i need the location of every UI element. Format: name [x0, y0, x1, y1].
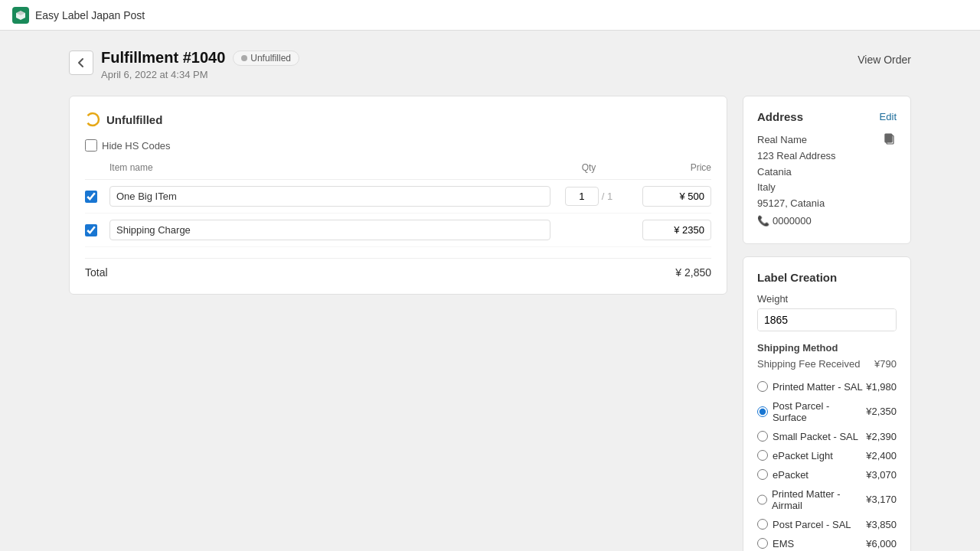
- svg-rect-3: [885, 134, 892, 142]
- item-checkbox-1[interactable]: [85, 224, 97, 236]
- method-item: Small Packet - SAL ¥2,390: [757, 427, 897, 446]
- shipping-fee-value: ¥790: [874, 358, 897, 370]
- back-button[interactable]: [69, 51, 93, 75]
- copy-icon[interactable]: [883, 132, 897, 146]
- address-title: Address: [757, 110, 803, 123]
- app-logo: [12, 7, 29, 24]
- items-list: / 1: [85, 180, 711, 247]
- method-label-7: EMS: [773, 538, 794, 549]
- method-price-4: ¥3,070: [866, 469, 897, 481]
- method-list: Printed Matter - SAL ¥1,980 Post Parcel …: [757, 377, 897, 551]
- item-checkbox-wrap: [85, 224, 109, 236]
- main-content: Fulfillment #1040 Unfulfilled April 6, 2…: [0, 31, 980, 551]
- col-header-qty: Qty: [550, 162, 627, 173]
- view-order-link[interactable]: View Order: [858, 49, 911, 66]
- label-creation-label: Label Creation: [757, 271, 837, 284]
- weight-section: Weight g: [757, 293, 897, 331]
- hide-hs-checkbox[interactable]: [85, 139, 97, 152]
- col-header-name: Item name: [109, 162, 550, 173]
- address-street: 123 Real Address: [757, 148, 897, 165]
- weight-input[interactable]: [758, 309, 897, 331]
- method-price-7: ¥6,000: [866, 538, 897, 549]
- qty-divider-0: / 1: [602, 191, 612, 202]
- total-row: Total ¥ 2,850: [85, 258, 711, 279]
- address-phone: 0000000: [773, 214, 812, 230]
- unfulfilled-icon: [85, 112, 100, 127]
- method-radio-2[interactable]: [757, 431, 768, 442]
- item-qty-0: / 1: [550, 187, 627, 206]
- method-price-5: ¥3,170: [866, 494, 897, 505]
- price-input-0[interactable]: [642, 186, 711, 207]
- fulfillment-number: Fulfillment #1040: [101, 49, 225, 67]
- total-label: Total: [85, 266, 108, 279]
- item-name-input-1[interactable]: [109, 220, 550, 240]
- method-price-6: ¥3,850: [866, 519, 897, 530]
- method-item: EMS ¥6,000: [757, 534, 897, 551]
- item-checkbox-0[interactable]: [85, 191, 97, 203]
- item-price-1: [627, 220, 711, 240]
- method-radio-5[interactable]: [757, 494, 767, 505]
- method-label-0: Printed Matter - SAL: [773, 381, 863, 393]
- app-title: Easy Label Japan Post: [35, 9, 145, 21]
- method-item: Printed Matter - Airmail ¥3,170: [757, 484, 897, 515]
- shipping-fee-row: Shipping Fee Received ¥790: [757, 358, 897, 370]
- method-item: ePacket Light ¥2,400: [757, 446, 897, 465]
- items-table: Item name Qty Price / 1: [85, 162, 711, 279]
- item-checkbox-wrap: [85, 191, 109, 203]
- hide-hs-row: Hide HS Codes: [85, 139, 711, 152]
- method-label-1: Post Parcel - Surface: [773, 400, 866, 423]
- shipping-fee-label: Shipping Fee Received: [757, 358, 860, 370]
- status-text: Unfulfilled: [250, 53, 291, 64]
- method-item-left-1: Post Parcel - Surface: [757, 400, 866, 423]
- content-row: Unfulfilled Hide HS Codes Item name Qty …: [69, 96, 911, 551]
- label-creation-card: Label Creation Weight g Shipping Method …: [743, 256, 911, 551]
- method-price-1: ¥2,350: [866, 406, 897, 417]
- item-name-input-0[interactable]: [109, 186, 550, 207]
- address-postal: 95127, Catania: [757, 196, 897, 212]
- items-header: Item name Qty Price: [85, 162, 711, 180]
- address-card: Address Edit Real Name: [743, 96, 911, 244]
- method-price-3: ¥2,400: [866, 450, 897, 461]
- address-block: Real Name 123 Real Address Catania Italy…: [757, 132, 897, 230]
- status-badge: Unfulfilled: [233, 51, 299, 66]
- total-value: ¥ 2,850: [675, 266, 711, 279]
- method-item-left-7: EMS: [757, 538, 794, 549]
- label-creation-title: Label Creation: [757, 271, 897, 284]
- table-row: / 1: [85, 180, 711, 214]
- qty-input-0[interactable]: [565, 187, 599, 206]
- method-radio-0[interactable]: [757, 381, 768, 392]
- method-radio-4[interactable]: [757, 469, 768, 480]
- method-item-left-5: Printed Matter - Airmail: [757, 488, 866, 511]
- page-title-block: Fulfillment #1040 Unfulfilled April 6, 2…: [101, 49, 299, 80]
- phone-line: 📞 0000000: [757, 214, 897, 230]
- weight-field-label: Weight: [757, 293, 897, 305]
- method-item: Post Parcel - SAL ¥3,850: [757, 515, 897, 534]
- method-radio-1[interactable]: [757, 406, 768, 417]
- col-header-price: Price: [627, 162, 711, 173]
- method-radio-3[interactable]: [757, 450, 768, 461]
- shipping-method-section: Shipping Method Shipping Fee Received ¥7…: [757, 342, 897, 551]
- method-price-0: ¥1,980: [866, 381, 897, 393]
- address-city: Catania: [757, 165, 897, 181]
- price-input-1[interactable]: [642, 220, 711, 240]
- method-label-3: ePacket Light: [773, 450, 833, 461]
- edit-address-link[interactable]: Edit: [880, 111, 897, 122]
- method-item-left-6: Post Parcel - SAL: [757, 519, 851, 530]
- item-price-0: [627, 186, 711, 207]
- weight-input-row: g: [757, 308, 897, 331]
- page-subtitle: April 6, 2022 at 4:34 PM: [101, 69, 299, 80]
- fulfillment-title: Fulfillment #1040 Unfulfilled: [101, 49, 299, 67]
- method-item-left-4: ePacket: [757, 469, 808, 481]
- status-dot: [241, 55, 247, 61]
- hide-hs-label[interactable]: Hide HS Codes: [102, 140, 171, 152]
- section-title: Unfulfilled: [106, 113, 162, 126]
- method-item-left-0: Printed Matter - SAL: [757, 381, 863, 393]
- top-bar: Easy Label Japan Post: [0, 0, 980, 31]
- method-item-left-3: ePacket Light: [757, 450, 833, 461]
- method-radio-6[interactable]: [757, 519, 768, 530]
- left-panel: Unfulfilled Hide HS Codes Item name Qty …: [69, 96, 727, 295]
- svg-point-0: [87, 113, 99, 126]
- method-label-2: Small Packet - SAL: [773, 431, 858, 442]
- page-header-left: Fulfillment #1040 Unfulfilled April 6, 2…: [69, 49, 299, 80]
- method-radio-7[interactable]: [757, 538, 768, 549]
